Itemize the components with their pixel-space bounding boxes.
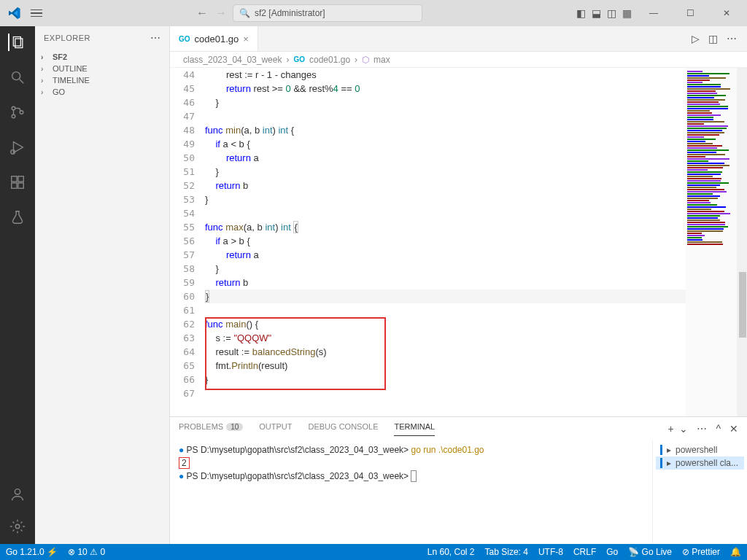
- debug-icon[interactable]: [9, 139, 26, 156]
- layout-icon[interactable]: ◧: [576, 7, 586, 19]
- search-icon[interactable]: [9, 69, 26, 86]
- tab-output[interactable]: OUTPUT: [259, 422, 292, 435]
- svg-line-3: [20, 79, 24, 84]
- testing-icon[interactable]: [9, 209, 26, 226]
- minimap[interactable]: [686, 68, 737, 416]
- encoding[interactable]: UTF-8: [538, 547, 563, 557]
- go-live[interactable]: 📡 Go Live: [628, 547, 672, 557]
- go-version[interactable]: Go 1.21.0 ⚡: [6, 547, 58, 557]
- more-icon[interactable]: ⋯: [727, 33, 737, 44]
- svg-point-6: [20, 111, 23, 114]
- more-icon[interactable]: ⋯: [697, 423, 707, 435]
- cursor-pos[interactable]: Ln 60, Col 2: [427, 547, 475, 557]
- activity-bar: [0, 26, 35, 544]
- account-icon[interactable]: [9, 486, 26, 503]
- settings-icon[interactable]: [9, 518, 26, 535]
- more-icon[interactable]: ⋯: [150, 32, 161, 44]
- source-control-icon[interactable]: [9, 104, 26, 121]
- shell-item[interactable]: ▸powershell: [656, 443, 744, 456]
- svg-point-13: [15, 489, 20, 494]
- terminal-list: ▸powershell ▸powershell cla...: [652, 440, 747, 544]
- new-terminal-icon[interactable]: + ⌄: [667, 423, 688, 435]
- tab-terminal[interactable]: TERMINAL: [394, 422, 435, 436]
- layout-icon[interactable]: ◫: [607, 7, 616, 19]
- main-area: EXPLORER ⋯ ›SF2›OUTLINE›TIMELINE›GO GO c…: [0, 26, 747, 544]
- title-bar: ← → 🔍 sf2 [Administrator] ◧ ⬓ ◫ ▦ — ☐ ✕: [0, 0, 747, 26]
- close-panel-icon[interactable]: ✕: [729, 423, 738, 435]
- vscode-logo-icon: [9, 7, 20, 19]
- tree-item[interactable]: ›OUTLINE: [35, 63, 169, 74]
- tab-code01[interactable]: GO code01.go ×: [170, 26, 258, 51]
- tree-item[interactable]: ›TIMELINE: [35, 74, 169, 86]
- svg-rect-10: [12, 183, 17, 188]
- svg-point-4: [12, 106, 15, 110]
- close-tab-icon[interactable]: ×: [243, 34, 249, 44]
- terminal-panel: PROBLEMS10 OUTPUT DEBUG CONSOLE TERMINAL…: [170, 416, 747, 544]
- status-bar: Go 1.21.0 ⚡ ⊗ 10 ⚠ 0 Ln 60, Col 2 Tab Si…: [0, 544, 747, 560]
- scrollbar[interactable]: [737, 68, 747, 416]
- breadcrumb[interactable]: class_2023_04_03_week› GO code01.go› ⬡ m…: [170, 52, 747, 68]
- search-text: sf2 [Administrator]: [255, 8, 325, 18]
- nav-back-icon[interactable]: ←: [196, 7, 208, 20]
- svg-point-5: [12, 114, 15, 118]
- prettier[interactable]: ⊘ Prettier: [682, 547, 720, 557]
- sidebar: EXPLORER ⋯ ›SF2›OUTLINE›TIMELINE›GO: [35, 26, 170, 544]
- explorer-title: EXPLORER: [44, 34, 90, 42]
- shell-item[interactable]: ▸powershell cla...: [656, 456, 744, 470]
- line-numbers: 44 45 46 47 48 49 50 51 52 53 54 55 56 5…: [170, 68, 205, 416]
- result-highlight: 2: [179, 457, 190, 469]
- close-button[interactable]: ✕: [712, 3, 741, 23]
- nav-fwd-icon[interactable]: →: [215, 7, 227, 20]
- explorer-icon[interactable]: [8, 34, 26, 51]
- svg-rect-9: [12, 176, 17, 182]
- maximize-button[interactable]: ☐: [676, 3, 705, 23]
- menu-icon[interactable]: [31, 9, 42, 18]
- symbol-icon: ⬡: [362, 55, 369, 65]
- indent[interactable]: Tab Size: 4: [485, 547, 528, 557]
- tree-item[interactable]: ›GO: [35, 86, 169, 98]
- run-icon[interactable]: ▷: [692, 33, 700, 44]
- code-editor[interactable]: rest := r - 1 - changes return rest >= 0…: [205, 68, 686, 416]
- problems-status[interactable]: ⊗ 10 ⚠ 0: [68, 547, 105, 557]
- minimize-button[interactable]: —: [639, 3, 668, 23]
- svg-rect-12: [18, 176, 23, 182]
- terminal-output[interactable]: ● PS D:\mysetup\gopath\src\sf2\class_202…: [170, 440, 652, 544]
- svg-rect-11: [18, 183, 23, 188]
- svg-point-14: [15, 524, 20, 529]
- lang-mode[interactable]: Go: [606, 547, 618, 557]
- editor-area: GO code01.go × ▷ ◫ ⋯ class_2023_04_03_we…: [170, 26, 747, 544]
- notifications-icon[interactable]: 🔔: [730, 547, 741, 557]
- tab-problems[interactable]: PROBLEMS10: [179, 422, 243, 435]
- split-icon[interactable]: ◫: [708, 33, 718, 44]
- tab-label: code01.go: [195, 34, 239, 44]
- editor-tabs: GO code01.go × ▷ ◫ ⋯: [170, 26, 747, 52]
- go-file-icon: GO: [179, 35, 190, 43]
- layout-icon[interactable]: ⬓: [592, 7, 601, 19]
- eol[interactable]: CRLF: [573, 547, 596, 557]
- extensions-icon[interactable]: [9, 174, 26, 191]
- go-file-icon: GO: [293, 55, 305, 63]
- search-icon: 🔍: [239, 8, 250, 18]
- tab-debug[interactable]: DEBUG CONSOLE: [309, 422, 379, 435]
- tree-item[interactable]: ›SF2: [35, 51, 169, 63]
- svg-point-2: [12, 72, 20, 80]
- command-center[interactable]: 🔍 sf2 [Administrator]: [233, 4, 422, 22]
- layout-grid-icon[interactable]: ▦: [622, 7, 632, 19]
- maximize-panel-icon[interactable]: ^: [716, 423, 721, 435]
